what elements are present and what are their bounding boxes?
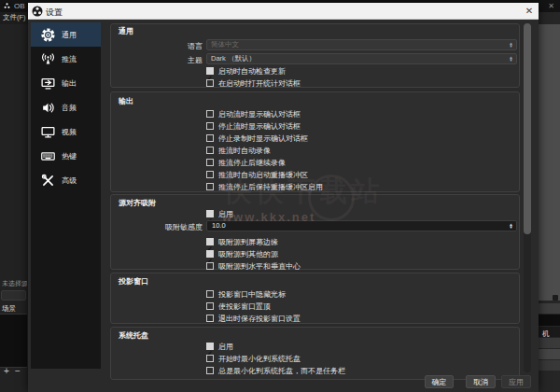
add-scene-button[interactable]: +	[4, 366, 9, 376]
menu-file[interactable]: 文件(F)	[3, 13, 26, 22]
checkbox[interactable]	[206, 262, 214, 270]
checkbox-label: 吸附源到其他的源	[218, 249, 278, 259]
sidebar-item-hotkeys[interactable]: 热键	[31, 144, 101, 168]
checkbox-label: 推流时自动启动重播缓冲区	[218, 170, 308, 180]
checkbox-keep-recording[interactable]: 推流停止后继续录像	[206, 158, 286, 167]
group-projector: 投影窗口 投影窗口中隐藏光标 使投影窗口置顶 退出时保存投影窗口设置	[110, 273, 520, 324]
dock-combo-stub[interactable]	[1, 290, 26, 301]
sidebar-item-label: 视频	[62, 127, 77, 137]
checkbox[interactable]	[206, 343, 214, 350]
settings-close-icon[interactable]: ✕	[523, 5, 536, 18]
sidebar-item-label: 输出	[62, 78, 77, 89]
sidebar-item-audio[interactable]: 音频	[31, 95, 101, 119]
gear-icon	[39, 26, 56, 43]
checkbox-confirm-start-stream[interactable]: 启动流时显示确认对话框	[206, 109, 301, 119]
sidebar-item-stream[interactable]: 推流	[31, 47, 101, 71]
theme-value: Dark （默认）	[211, 54, 256, 63]
mixer-bar	[539, 303, 560, 314]
checkbox-replay-buffer-start[interactable]: 推流时自动启动重播缓冲区	[206, 170, 308, 179]
group-output: 输出 启动流时显示确认对话框 停止流时显示确认对话框 停止录制时显示确认对话框 …	[110, 91, 520, 192]
checkbox-record-when-streaming[interactable]: 推流时自动录像	[206, 146, 271, 155]
checkbox-projector-save-on-exit[interactable]: 退出时保存投影窗口设置	[206, 314, 301, 323]
mixer-bar	[539, 338, 560, 348]
checkbox[interactable]	[206, 134, 214, 142]
language-select[interactable]: 简体中文 ▲▼	[206, 39, 517, 50]
checkbox-confirm-stop-record[interactable]: 停止录制时显示确认对话框	[206, 133, 308, 143]
spinner-icon[interactable]: ▲▼	[507, 221, 515, 231]
checkbox[interactable]	[206, 183, 214, 190]
cancel-button[interactable]: 取消	[466, 375, 496, 388]
sidebar-item-general[interactable]: 通用	[31, 22, 101, 47]
remove-scene-button[interactable]: −	[15, 366, 21, 376]
checkbox[interactable]	[206, 367, 214, 374]
checkbox-projector-hide-cursor[interactable]: 投影窗口中隐藏光标	[206, 289, 286, 299]
checkbox[interactable]	[206, 302, 214, 310]
keyboard-icon	[39, 147, 56, 164]
sidebar-item-label: 通用	[62, 30, 77, 40]
checkbox[interactable]	[206, 159, 214, 166]
apply-button[interactable]: 应用	[501, 375, 531, 388]
snap-sensitivity-input[interactable]: 10.0 ▲▼	[206, 220, 517, 231]
settings-scrollbar-track[interactable]	[524, 23, 531, 372]
settings-sidebar: 通用 推流 输出 音频	[31, 22, 101, 369]
sidebar-item-label: 高级	[62, 175, 77, 186]
checkbox-snap-center[interactable]: 吸附源到水平和垂直中心	[206, 261, 301, 271]
checkbox-projector-always-on-top[interactable]: 使投影窗口置顶	[206, 301, 271, 311]
mixer-bar	[539, 349, 560, 359]
broadcast-antenna-icon	[39, 50, 56, 67]
settings-titlebar[interactable]: 设置 ✕	[28, 3, 539, 20]
sidebar-item-label: 热键	[62, 151, 77, 161]
tools-icon	[39, 172, 56, 189]
checkbox[interactable]	[206, 147, 214, 154]
ok-button[interactable]: 确定	[425, 375, 454, 388]
checkbox-tray-enable[interactable]: 启用	[206, 342, 233, 351]
checkbox[interactable]	[206, 238, 214, 245]
checkbox[interactable]	[206, 171, 214, 178]
group-output-title: 输出	[119, 96, 133, 106]
checkbox-label: 总是最小化到系统托盘，而不是任务栏	[218, 366, 345, 376]
checkbox[interactable]	[206, 210, 214, 217]
screen: OB ✕ 文件(F) 未选择源 场景 + − 机 设置 ✕	[0, 0, 560, 392]
sidebar-item-advanced[interactable]: 高级	[31, 168, 101, 192]
checkbox-open-stats[interactable]: 在启动时打开统计对话框	[206, 78, 301, 88]
output-monitor-icon	[39, 75, 56, 91]
checkbox[interactable]	[206, 290, 214, 298]
scenes-dock-title: 场景	[2, 304, 16, 314]
main-right-edge: 机	[539, 12, 560, 392]
spinner-icon: ▲▼	[507, 40, 515, 49]
checkbox-label: 推流停止后保持重播缓冲区启用	[218, 182, 323, 192]
checkbox[interactable]	[206, 110, 214, 118]
checkbox-label: 推流停止后继续录像	[218, 158, 286, 168]
checkbox-snap-screen-edge[interactable]: 吸附源到屏幕边缘	[206, 237, 278, 246]
checkbox-label: 投影窗口中隐藏光标	[218, 289, 286, 300]
theme-select[interactable]: Dark （默认） ▲▼	[206, 53, 517, 64]
checkbox[interactable]	[206, 79, 214, 87]
sidebar-item-output[interactable]: 输出	[31, 71, 101, 95]
checkbox-tray-minimize-on-start[interactable]: 开始时最小化到系统托盘	[206, 354, 301, 363]
checkbox[interactable]	[206, 67, 214, 75]
checkbox-confirm-stop-stream[interactable]: 停止流时显示确认对话框	[206, 121, 301, 131]
settings-title: 设置	[46, 7, 63, 19]
mixer-bar	[539, 315, 560, 326]
checkbox-replay-buffer-keep[interactable]: 推流停止后保持重播缓冲区启用	[206, 182, 323, 191]
settings-scrollbar-thumb[interactable]	[524, 23, 531, 234]
mixer-bar	[539, 360, 560, 371]
checkbox-label: 开始时最小化到系统托盘	[218, 354, 301, 364]
main-window-close-icon[interactable]: ✕	[544, 1, 558, 11]
checkbox[interactable]	[206, 250, 214, 258]
checkbox-label: 推流时自动录像	[218, 146, 271, 156]
sidebar-item-video[interactable]: 视频	[31, 119, 101, 144]
checkbox-tray-always-minimize[interactable]: 总是最小化到系统托盘，而不是任务栏	[206, 366, 345, 375]
dock-gear-icon[interactable]	[553, 295, 558, 301]
checkbox-label: 停止流时显示确认对话框	[218, 121, 301, 132]
checkbox-label: 停止录制时显示确认对话框	[218, 133, 308, 144]
checkbox-auto-update[interactable]: 启动时自动检查更新	[206, 66, 286, 76]
checkbox-snapping-enable[interactable]: 启用	[206, 209, 233, 218]
checkbox-snap-other-sources[interactable]: 吸附源到其他的源	[206, 249, 278, 259]
checkbox[interactable]	[206, 122, 214, 130]
checkbox[interactable]	[206, 315, 214, 322]
scenes-toolbar: + −	[0, 367, 27, 378]
checkbox-label: 启动流时显示确认对话框	[218, 109, 301, 119]
scenes-list[interactable]	[0, 314, 27, 368]
checkbox[interactable]	[206, 355, 214, 362]
